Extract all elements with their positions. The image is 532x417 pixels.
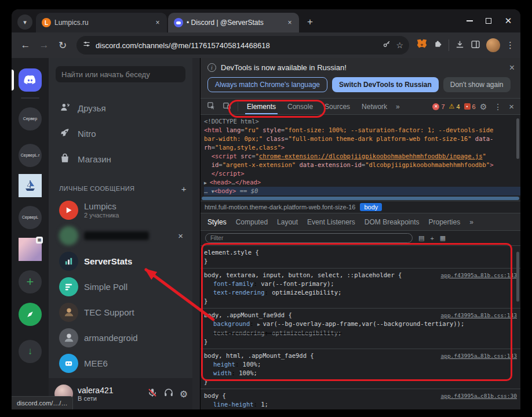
forward-button[interactable]: → <box>36 37 52 53</box>
extensions-puzzle-icon[interactable] <box>433 39 443 51</box>
settings-gear-icon[interactable]: ⚙ <box>180 389 188 400</box>
discord-dm-sidebar: Найти или начать беседу Друзья Nitro <box>49 58 192 409</box>
mute-mic-icon[interactable] <box>147 387 158 400</box>
close-dm-icon[interactable]: × <box>178 231 183 241</box>
tab-console[interactable]: Console <box>282 99 318 114</box>
dm-item-mee6[interactable]: MEE6 <box>53 350 188 376</box>
blocked-icon: ▪ <box>464 103 471 110</box>
server-icon-1[interactable]: Сервер <box>19 107 42 130</box>
reload-button[interactable]: ↻ <box>54 37 71 53</box>
maximize-button[interactable] <box>486 18 491 24</box>
profile-avatar[interactable] <box>486 38 500 52</box>
blocked-badge[interactable]: ▪6 <box>464 103 476 110</box>
side-panel-icon[interactable] <box>471 39 480 52</box>
devtools-language-notification: i DevTools is now available in Russian! … <box>201 58 520 99</box>
tab-properties[interactable]: Properties <box>424 213 465 230</box>
armandegroid-avatar <box>59 328 78 347</box>
rail-divider <box>21 97 39 99</box>
styles-filter-row: Filter ▤ + ▦ <box>201 231 520 246</box>
nav-item-nitro[interactable]: Nitro <box>53 123 188 144</box>
breadcrumb-selected[interactable]: body <box>360 203 382 211</box>
status-bubble: discord.com/…/… <box>12 396 73 409</box>
device-toolbar-icon[interactable] <box>220 101 234 112</box>
warning-badge[interactable]: ⚠4 <box>449 103 460 110</box>
devtools-menu-icon[interactable]: ⋮ <box>491 102 505 111</box>
tab-close-icon[interactable]: × <box>153 18 162 27</box>
new-tab-button[interactable]: + <box>303 14 318 30</box>
browser-tab-lumpics[interactable]: L Lumpics.ru × <box>36 13 167 32</box>
devtools-close-icon[interactable]: × <box>506 101 517 111</box>
tab-event-listeners[interactable]: Event Listeners <box>303 213 360 230</box>
headphones-icon[interactable] <box>163 387 174 400</box>
search-conversation-button[interactable]: Найти или начать беседу <box>56 66 185 82</box>
tab-computed[interactable]: Computed <box>231 213 272 230</box>
tab-layout[interactable]: Layout <box>272 213 303 230</box>
elements-code[interactable]: <!DOCTYPE html><html lang="ru" style="fo… <box>201 115 520 196</box>
tab-styles[interactable]: Styles <box>203 213 231 230</box>
download-apps-button[interactable]: ↓ <box>19 340 42 363</box>
tab-elements[interactable]: Elements <box>242 99 281 114</box>
nav-item-shop[interactable]: Магазин <box>53 148 188 169</box>
new-style-rule-icon[interactable]: + <box>430 235 433 242</box>
server-icon-2[interactable]: СерверL.r <box>19 144 42 167</box>
explore-servers-button[interactable] <box>19 303 42 326</box>
more-tabs-icon[interactable]: » <box>393 103 402 111</box>
downloads-icon[interactable] <box>455 39 465 52</box>
metamask-extension-icon[interactable] <box>416 39 428 52</box>
browser-tab-discord[interactable]: • Discord | @ServerStats × <box>168 13 299 32</box>
tab-sources[interactable]: Sources <box>319 99 355 114</box>
styles-filter-input[interactable]: Filter <box>205 233 413 243</box>
tab-search-button[interactable]: ▾ <box>17 14 32 30</box>
site-info-icon[interactable] <box>82 40 91 51</box>
devtools-settings-icon[interactable]: ⚙ <box>477 102 490 111</box>
elements-scrollbar[interactable] <box>516 118 519 159</box>
tab-close-icon[interactable]: × <box>285 18 294 27</box>
active-server-pill <box>12 70 14 90</box>
dont-show-again-button[interactable]: Don't show again <box>443 77 511 92</box>
dm-item-simplepoll[interactable]: Simple Poll <box>53 274 188 299</box>
server-icon-boat[interactable] <box>19 174 42 197</box>
grid-overlay-icon[interactable]: ▦ <box>440 234 446 242</box>
create-dm-icon[interactable]: + <box>181 184 187 194</box>
warning-icon: ⚠ <box>449 103 455 110</box>
elements-hscrollbar[interactable] <box>201 196 520 201</box>
discord-favicon <box>174 18 183 27</box>
discord-home-button[interactable] <box>19 68 42 92</box>
simplepoll-avatar <box>59 277 78 296</box>
passkey-icon[interactable] <box>382 40 391 51</box>
user-info[interactable]: valera421 В сети <box>78 386 114 402</box>
dm-item-tecsupport[interactable]: TEC Support <box>53 299 188 325</box>
switch-russian-button[interactable]: Switch DevTools to Russian <box>332 77 439 92</box>
breadcrumb-path[interactable]: html.full-motion.theme-dark.platform-web… <box>205 204 355 211</box>
inspect-element-icon[interactable] <box>204 101 218 112</box>
dm-item-serverstats[interactable]: ServerStats <box>53 248 188 274</box>
back-button[interactable]: ← <box>17 37 34 53</box>
nav-item-friends[interactable]: Друзья <box>53 97 188 118</box>
tab-network[interactable]: Network <box>356 99 392 114</box>
minimize-button[interactable] <box>467 20 473 21</box>
toggle-element-state-icon[interactable]: ▤ <box>418 234 424 242</box>
add-server-button[interactable]: + <box>19 270 42 293</box>
bookmark-star-icon[interactable]: ☆ <box>396 41 403 50</box>
window-controls: ✕ <box>467 9 517 32</box>
dm-section-header[interactable]: ЛИЧНЫЕ СООБЩЕНИЯ + <box>59 183 187 194</box>
window-close-button[interactable]: ✕ <box>504 18 512 24</box>
dm-item-lumpics[interactable]: Lumpics 2 участника <box>53 197 188 223</box>
dm-item-armandegroid[interactable]: armandegroid <box>53 325 188 350</box>
notification-close-icon[interactable]: × <box>509 63 515 73</box>
menu-dots-icon[interactable]: ⋮ <box>506 40 515 50</box>
match-language-button[interactable]: Always match Chrome's language <box>207 77 327 92</box>
server-icon-anime[interactable]: ▦ <box>19 238 42 261</box>
server-icon-3[interactable]: СерверL <box>19 206 42 229</box>
toolbar-divider <box>449 39 449 51</box>
window-content: Сервер СерверL.r СерверL ▦ + ↓ Найти или… <box>12 58 520 409</box>
address-bar[interactable]: discord.com/channels/@me/117615740581446… <box>76 36 409 55</box>
error-icon: ✕ <box>432 103 439 110</box>
styles-scrollbar[interactable] <box>516 252 519 302</box>
error-badge[interactable]: ✕7 <box>432 103 444 110</box>
styles-more-tabs-icon[interactable]: » <box>465 213 478 230</box>
tab-dom-breakpoints[interactable]: DOM Breakpoints <box>360 213 424 230</box>
styles-rules-pane[interactable]: element.style {}body, textarea, input, b… <box>201 246 520 409</box>
friends-icon <box>59 101 71 115</box>
dm-item-censored[interactable]: × <box>53 223 188 248</box>
